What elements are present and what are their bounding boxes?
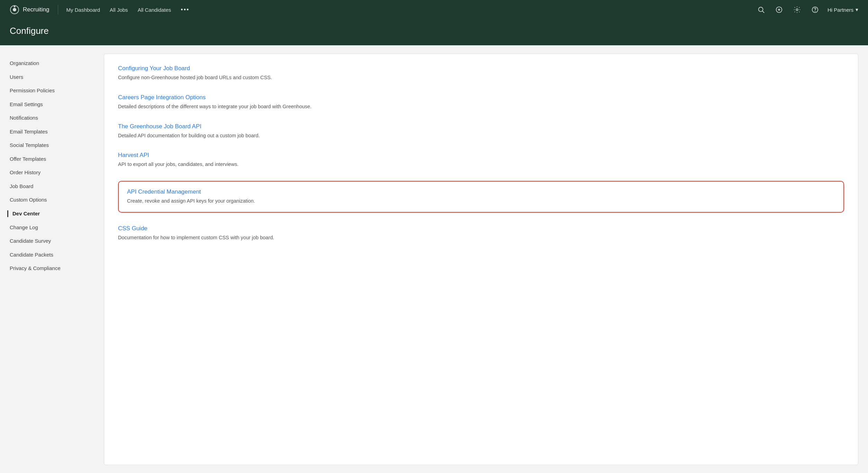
sidebar-item-permission-policies[interactable]: Permission Policies	[10, 84, 100, 98]
sidebar: Organization Users Permission Policies E…	[10, 54, 100, 465]
main-layout: Organization Users Permission Policies E…	[0, 45, 868, 473]
sidebar-item-privacy-compliance[interactable]: Privacy & Compliance	[10, 261, 100, 275]
sidebar-item-offer-templates[interactable]: Offer Templates	[10, 152, 100, 166]
search-icon	[757, 6, 765, 13]
help-circle-icon	[811, 6, 819, 13]
chevron-down-icon: ▾	[856, 7, 858, 13]
nav-logo[interactable]: Recruiting	[10, 5, 58, 15]
plus-circle-icon	[775, 6, 783, 13]
svg-line-4	[762, 11, 764, 13]
greenhouse-job-board-api-desc: Detailed API documentation for building …	[118, 132, 844, 140]
nav-all-jobs[interactable]: All Jobs	[110, 7, 128, 13]
help-button[interactable]	[810, 4, 821, 15]
logo-icon	[10, 5, 19, 15]
sidebar-item-users[interactable]: Users	[10, 70, 100, 84]
content-item-css-guide: CSS Guide Documentation for how to imple…	[118, 225, 844, 242]
api-credential-management-desc: Create, revoke and assign API keys for y…	[127, 197, 835, 205]
nav-all-candidates[interactable]: All Candidates	[138, 7, 171, 13]
nav-more[interactable]: •••	[181, 6, 189, 13]
content-item-configuring-job-board: Configuring Your Job Board Configure non…	[118, 65, 844, 82]
page-title: Configure	[10, 26, 858, 36]
content-item-greenhouse-job-board-api: The Greenhouse Job Board API Detailed AP…	[118, 123, 844, 140]
configuring-job-board-link[interactable]: Configuring Your Job Board	[118, 65, 844, 72]
svg-point-10	[815, 11, 815, 11]
add-button[interactable]	[774, 4, 785, 15]
svg-point-3	[759, 7, 763, 12]
nav-user[interactable]: Hi Partners ▾	[828, 7, 858, 13]
nav-user-label: Hi Partners	[828, 7, 853, 13]
sidebar-item-order-history[interactable]: Order History	[10, 166, 100, 179]
sidebar-item-email-settings[interactable]: Email Settings	[10, 98, 100, 111]
settings-button[interactable]	[792, 4, 803, 15]
sidebar-item-email-templates[interactable]: Email Templates	[10, 125, 100, 139]
sidebar-item-candidate-packets[interactable]: Candidate Packets	[10, 248, 100, 262]
content-area: Configuring Your Job Board Configure non…	[104, 54, 858, 465]
css-guide-link[interactable]: CSS Guide	[118, 225, 844, 232]
careers-page-integration-link[interactable]: Careers Page Integration Options	[118, 94, 844, 101]
svg-point-8	[796, 9, 798, 11]
sidebar-item-change-log[interactable]: Change Log	[10, 221, 100, 234]
sidebar-item-notifications[interactable]: Notifications	[10, 111, 100, 125]
top-nav: Recruiting My Dashboard All Jobs All Can…	[0, 0, 868, 19]
page-header: Configure	[0, 19, 868, 45]
sidebar-item-job-board[interactable]: Job Board	[10, 179, 100, 193]
nav-links: My Dashboard All Jobs All Candidates •••	[66, 6, 756, 13]
content-item-careers-page-integration: Careers Page Integration Options Detaile…	[118, 94, 844, 111]
svg-point-2	[14, 6, 16, 8]
sidebar-item-candidate-survey[interactable]: Candidate Survey	[10, 234, 100, 248]
search-button[interactable]	[756, 4, 767, 15]
careers-page-integration-desc: Detailed descriptions of the different w…	[118, 103, 844, 111]
sidebar-item-social-templates[interactable]: Social Templates	[10, 138, 100, 152]
nav-right: Hi Partners ▾	[756, 4, 858, 15]
css-guide-desc: Documentation for how to implement custo…	[118, 234, 844, 242]
harvest-api-link[interactable]: Harvest API	[118, 152, 844, 159]
content-item-harvest-api: Harvest API API to export all your jobs,…	[118, 152, 844, 168]
nav-my-dashboard[interactable]: My Dashboard	[66, 7, 100, 13]
api-credential-management-link[interactable]: API Credential Management	[127, 188, 835, 195]
nav-logo-label: Recruiting	[23, 6, 49, 13]
greenhouse-job-board-api-link[interactable]: The Greenhouse Job Board API	[118, 123, 844, 130]
sidebar-item-organization[interactable]: Organization	[10, 56, 100, 70]
settings-icon	[793, 6, 801, 13]
harvest-api-desc: API to export all your jobs, candidates,…	[118, 161, 844, 168]
configuring-job-board-desc: Configure non-Greenhouse hosted job boar…	[118, 74, 844, 82]
sidebar-item-dev-center[interactable]: Dev Center	[10, 207, 100, 221]
sidebar-item-custom-options[interactable]: Custom Options	[10, 193, 100, 207]
content-item-api-credential-management: API Credential Management Create, revoke…	[118, 181, 844, 213]
svg-point-1	[13, 8, 16, 11]
